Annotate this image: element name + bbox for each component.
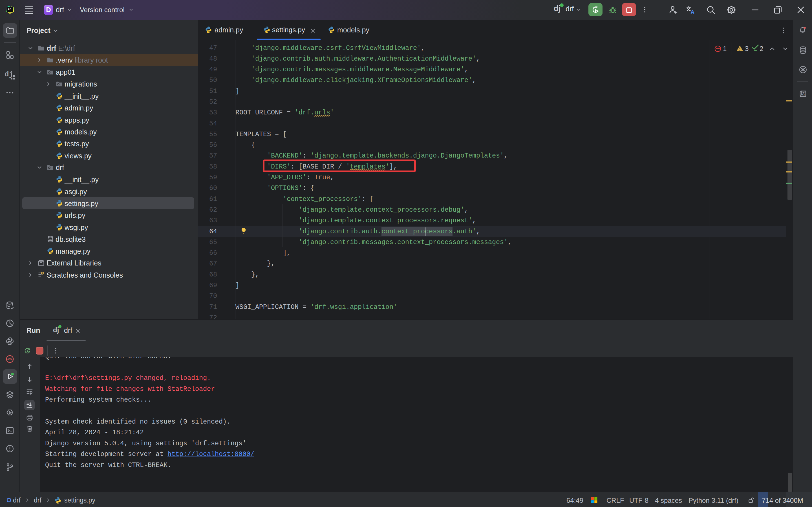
svg-text:A: A xyxy=(802,92,805,95)
svg-text:PC: PC xyxy=(8,8,11,11)
svg-text:A: A xyxy=(691,9,694,15)
